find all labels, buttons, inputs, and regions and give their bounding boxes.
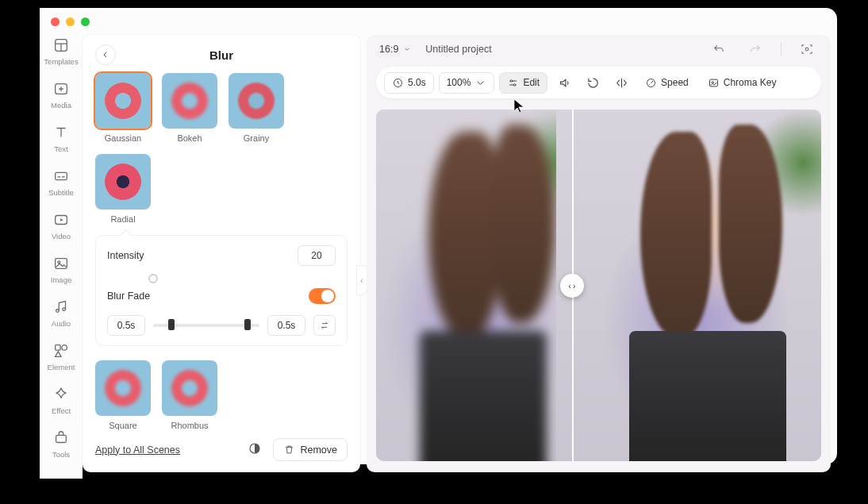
fade-out-value[interactable]: 0.5s: [267, 315, 305, 336]
chevron-left-icon: ‹: [568, 281, 571, 290]
audio-icon: [52, 298, 70, 316]
maximize-window[interactable]: [81, 17, 90, 26]
clock-icon: [392, 77, 404, 89]
capture-icon: [800, 42, 814, 56]
effect-icon: [52, 386, 70, 403]
sidebar-item-audio[interactable]: Audio: [52, 298, 71, 328]
blur-fade-toggle[interactable]: [309, 288, 336, 304]
redo-button[interactable]: [744, 38, 766, 60]
sidebar-label: Element: [48, 363, 75, 371]
project-title[interactable]: Untitled project: [425, 44, 491, 55]
window-traffic-lights: [40, 8, 101, 26]
blur-panel: Blur Gaussian Bokeh Grainy Radial: [83, 35, 360, 472]
blur-option-gaussian[interactable]: Gaussian: [95, 73, 151, 143]
image-icon: [52, 255, 70, 272]
panel-header: Blur: [95, 44, 348, 65]
tools-icon: [52, 429, 70, 447]
sidebar-item-image[interactable]: Image: [51, 255, 71, 284]
blur-option-radial[interactable]: Radial: [95, 154, 151, 224]
svg-rect-4: [56, 259, 67, 269]
aspect-ratio-select[interactable]: 16:9: [379, 44, 411, 55]
svg-point-9: [62, 345, 67, 350]
swap-fade-button[interactable]: [313, 315, 336, 336]
minimize-window[interactable]: [66, 17, 75, 26]
flip-icon: [615, 76, 628, 90]
thumbnail: [95, 360, 151, 416]
chroma-label: Chroma Key: [724, 77, 777, 88]
svg-point-12: [805, 48, 808, 51]
svg-point-7: [63, 308, 66, 311]
trash-icon: [283, 444, 295, 456]
thumbnail: [162, 360, 217, 416]
edit-label: Edit: [523, 77, 540, 88]
blur-option-bokeh[interactable]: Bokeh: [162, 73, 217, 143]
chevron-down-icon: [474, 77, 486, 89]
blur-option-rhombus[interactable]: Rhombus: [162, 360, 217, 430]
blur-fade-range: 0.5s 0.5s: [107, 315, 336, 336]
sidebar-label: Media: [51, 101, 71, 110]
chroma-icon: [708, 77, 720, 89]
sidebar-item-element[interactable]: Element: [48, 342, 75, 371]
sidebar-item-subtitle[interactable]: Subtitle: [48, 167, 74, 197]
sidebar-item-media[interactable]: Media: [51, 80, 71, 110]
compare-handle[interactable]: ‹ ›: [560, 274, 584, 298]
speed-icon: [645, 77, 657, 89]
templates-icon: [52, 37, 70, 54]
thumbnail: [162, 73, 217, 129]
compare-toggle[interactable]: [248, 441, 262, 459]
capture-button[interactable]: [796, 38, 818, 60]
blur-fade-label: Blur Fade: [107, 290, 150, 302]
remove-label: Remove: [300, 444, 337, 456]
app-window: Templates Media Text Subtitle Video Imag…: [40, 8, 837, 464]
option-label: Gaussian: [105, 133, 141, 143]
sidebar-item-effect[interactable]: Effect: [52, 386, 71, 415]
back-button[interactable]: [95, 44, 116, 65]
edit-button[interactable]: Edit: [499, 72, 547, 94]
remove-button[interactable]: Remove: [273, 438, 348, 461]
svg-rect-10: [56, 435, 67, 442]
sidebar-label: Image: [51, 275, 71, 284]
footer-right: Remove: [248, 438, 348, 461]
sidebar-item-tools[interactable]: Tools: [52, 429, 70, 459]
canvas-area: 16:9 Untitled project: [367, 35, 831, 472]
close-window[interactable]: [51, 17, 60, 26]
chroma-key-button[interactable]: Chroma Key: [701, 73, 784, 93]
sidebar-label: Templates: [44, 57, 78, 66]
apply-all-link[interactable]: Apply to All Scenes: [95, 444, 180, 456]
sidebar-item-video[interactable]: Video: [52, 211, 71, 240]
blur-option-grainy[interactable]: Grainy: [229, 73, 284, 143]
blur-options-row2: Square Rhombus: [95, 360, 348, 430]
blur-controls: Intensity 20 Blur Fade 0.5s: [95, 235, 348, 346]
sidebar-item-templates[interactable]: Templates: [44, 37, 78, 66]
sidebar-label: Effect: [52, 406, 71, 415]
chevron-down-icon: [403, 45, 411, 53]
chevron-right-icon: ›: [573, 281, 576, 290]
zoom-select[interactable]: 100%: [439, 72, 495, 94]
thumbnail: [229, 73, 284, 129]
blur-option-square[interactable]: Square: [95, 360, 151, 430]
contrast-icon: [248, 441, 262, 456]
sidebar-label: Tools: [52, 450, 70, 459]
text-icon: [52, 124, 70, 141]
element-icon: [52, 342, 70, 360]
sidebar-label: Text: [54, 144, 67, 153]
preview-canvas[interactable]: ‹ ›: [376, 110, 821, 461]
undo-button[interactable]: [708, 38, 730, 60]
collapse-panel-handle[interactable]: ‹: [356, 265, 367, 295]
speed-button[interactable]: Speed: [638, 73, 696, 93]
svg-point-15: [514, 83, 517, 86]
intensity-value[interactable]: 20: [298, 245, 336, 266]
fade-in-value[interactable]: 0.5s: [107, 315, 145, 336]
panel-title: Blur: [209, 48, 233, 62]
volume-button[interactable]: [552, 71, 576, 94]
sidebar-item-text[interactable]: Text: [52, 124, 70, 153]
duration-button[interactable]: 5.0s: [384, 72, 434, 94]
sidebar-label: Audio: [52, 319, 71, 328]
volume-icon: [558, 76, 571, 90]
svg-point-5: [58, 261, 60, 264]
rotate-button[interactable]: [581, 71, 605, 94]
fade-range-slider[interactable]: [153, 324, 259, 327]
flip-button[interactable]: [609, 71, 633, 94]
undo-icon: [712, 42, 726, 56]
preview-blurred-side: [376, 110, 572, 461]
